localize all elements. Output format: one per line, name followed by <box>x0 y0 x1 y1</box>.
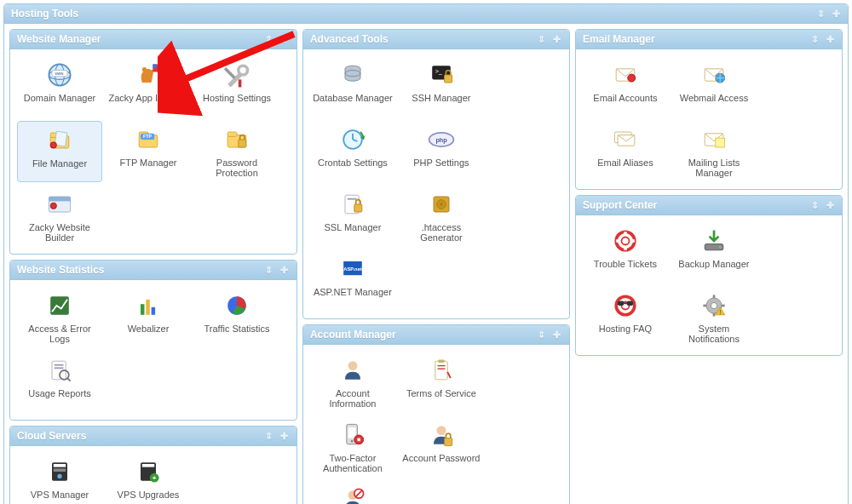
vps-upgrades[interactable]: VPS Upgrades <box>106 453 191 504</box>
website-statistics-panel: Website Statistics⇕✚Access & Error LogsW… <box>9 260 297 421</box>
two-factor-auth[interactable]: Two-Factor Authentication <box>310 416 395 478</box>
panel-title: Website Statistics <box>17 264 104 276</box>
tool-label: Password Protection <box>196 158 278 178</box>
collapse-icon[interactable]: ⇕ <box>809 200 820 210</box>
tool-label: Trouble Tickets <box>594 259 657 269</box>
expand-icon[interactable]: ✚ <box>552 329 562 340</box>
cloud-servers-header: Cloud Servers⇕✚ <box>10 427 296 446</box>
tool-label: FTP Manager <box>119 158 176 168</box>
tool-label: Two-Factor Authentication <box>312 453 394 473</box>
crontab-settings[interactable]: Crontab Settings <box>310 121 395 182</box>
webmail-access[interactable]: Webmail Access <box>671 56 757 117</box>
tool-label: SSL Manager <box>324 222 381 232</box>
expand-icon[interactable]: ✚ <box>279 265 290 275</box>
folder-files-icon <box>43 125 77 156</box>
user-suit-icon <box>336 355 370 386</box>
collapse-icon[interactable]: ⇕ <box>537 34 547 44</box>
panel-title: Account Manager <box>310 329 396 341</box>
email-accounts[interactable]: Email Accounts <box>583 56 668 117</box>
expand-icon[interactable]: ✚ <box>279 431 290 441</box>
hosting-faq[interactable]: Hosting FAQ <box>583 287 668 348</box>
tool-label: Usage Reports <box>28 388 90 398</box>
access-error-logs[interactable]: Access & Error Logs <box>17 287 102 348</box>
tool-label: System Notifications <box>673 324 755 344</box>
user-block-icon <box>336 484 370 504</box>
vps-manager[interactable]: VPS Manager <box>17 453 102 504</box>
cloud-servers-panel: Cloud Servers⇕✚VPS ManagerVPS Upgrades <box>9 426 297 504</box>
tool-label: Database Manager <box>313 93 393 103</box>
download-drive-icon <box>697 226 731 256</box>
hosting-settings[interactable]: Hosting Settings <box>194 56 279 117</box>
tool-label: Terms of Service <box>406 388 476 398</box>
server-icon <box>43 456 77 487</box>
report-magnify-icon <box>43 355 77 386</box>
page-lock-icon <box>336 189 370 220</box>
account-manager-header: Account Manager⇕✚ <box>303 325 569 345</box>
tool-label: VPS Manager <box>31 490 89 500</box>
advanced-tools-panel: Advanced Tools⇕✚Database ManagerSSH Mana… <box>302 29 570 319</box>
domain-manager[interactable]: Domain Manager <box>17 56 102 117</box>
zacky-website-builder[interactable]: Zacky Website Builder <box>17 186 102 247</box>
trouble-tickets[interactable]: Trouble Tickets <box>583 222 668 284</box>
safe-icon <box>424 189 458 220</box>
tool-label: Backup Manager <box>678 259 749 269</box>
collapse-icon[interactable]: ⇕ <box>264 431 274 441</box>
account-password[interactable]: Account Password <box>399 416 484 478</box>
expand-icon[interactable]: ✚ <box>552 34 562 44</box>
account-closure[interactable]: Account Closure <box>310 481 395 504</box>
webalizer[interactable]: Webalizer <box>106 287 191 348</box>
ssh-manager[interactable]: SSH Manager <box>399 56 484 117</box>
expand-icon[interactable]: ✚ <box>279 34 290 44</box>
expand-icon[interactable]: ✚ <box>831 9 841 19</box>
collapse-icon[interactable]: ⇕ <box>809 34 820 44</box>
system-notifications[interactable]: System Notifications <box>671 287 757 348</box>
tool-label: SSH Manager <box>412 93 470 103</box>
tool-label: Crontab Settings <box>318 158 388 168</box>
file-manager[interactable]: File Manager <box>17 121 102 182</box>
website-manager-panel: Website Manager⇕✚Domain ManagerZacky App… <box>9 29 297 255</box>
account-information[interactable]: Account Information <box>310 352 395 413</box>
chart-arrow-icon <box>43 290 77 321</box>
window-builder-icon <box>43 189 77 220</box>
aspnet-manager[interactable]: ASP.NET Manager <box>310 250 395 312</box>
password-protection[interactable]: Password Protection <box>194 121 279 182</box>
envelope-globe-icon <box>697 60 731 90</box>
tool-label: Zacky App Installer <box>109 93 188 103</box>
database-manager[interactable]: Database Manager <box>310 56 395 117</box>
hosting-tools-title: Hosting Tools <box>11 8 78 20</box>
ftp-folder-icon <box>131 124 165 155</box>
php-settings[interactable]: PHP Settings <box>399 121 484 182</box>
zacky-app-installer[interactable]: Zacky App Installer <box>106 56 191 117</box>
usage-reports[interactable]: Usage Reports <box>17 352 102 413</box>
email-aliases[interactable]: Email Aliases <box>583 121 668 182</box>
support-center-panel: Support Center⇕✚Trouble TicketsBackup Ma… <box>575 195 843 356</box>
collapse-icon[interactable]: ⇕ <box>264 265 274 275</box>
envelope-stack-icon <box>608 124 642 155</box>
collapse-icon[interactable]: ⇕ <box>264 34 274 44</box>
envelope-icon <box>608 60 642 90</box>
collapse-icon[interactable]: ⇕ <box>815 9 826 19</box>
tool-label: Hosting FAQ <box>599 324 652 334</box>
lifebuoy-icon <box>608 226 642 256</box>
tool-label: PHP Settings <box>413 158 469 168</box>
terms-of-service[interactable]: Terms of Service <box>399 352 484 413</box>
tool-label: File Manager <box>32 158 87 169</box>
terminal-lock-icon <box>424 60 458 90</box>
htaccess-generator[interactable]: .htaccess Generator <box>399 186 484 247</box>
tool-label: Webmail Access <box>680 93 749 103</box>
folder-lock-icon <box>220 124 254 155</box>
tool-label: Zacky Website Builder <box>19 222 101 243</box>
backup-manager[interactable]: Backup Manager <box>671 222 757 284</box>
mailing-lists-manager[interactable]: Mailing Lists Manager <box>671 121 757 182</box>
hosting-tools-panel: Hosting Tools ⇕ ✚ Website Manager⇕✚Domai… <box>3 3 849 504</box>
expand-icon[interactable]: ✚ <box>825 200 835 210</box>
ftp-manager[interactable]: FTP Manager <box>106 121 191 182</box>
collapse-icon[interactable]: ⇕ <box>537 329 547 340</box>
ssl-manager[interactable]: SSL Manager <box>310 186 395 247</box>
panel-title: Email Manager <box>583 33 655 45</box>
expand-icon[interactable]: ✚ <box>825 34 835 44</box>
tool-label: Mailing Lists Manager <box>673 158 755 178</box>
support-center-header: Support Center⇕✚ <box>576 196 842 215</box>
user-lock-icon <box>424 420 458 450</box>
traffic-statistics[interactable]: Traffic Statistics <box>194 287 279 348</box>
